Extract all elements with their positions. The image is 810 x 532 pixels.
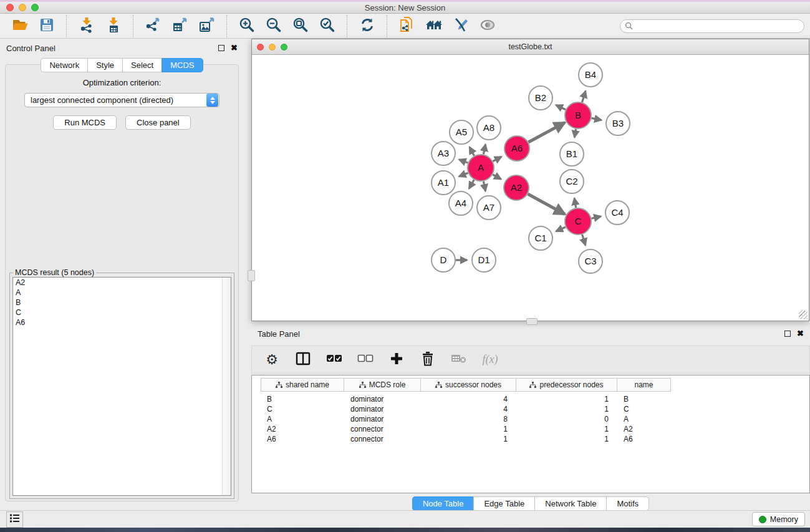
tab-select[interactable]: Select xyxy=(122,58,162,72)
run-mcds-button[interactable]: Run MCDS xyxy=(53,115,117,130)
save-session-button[interactable] xyxy=(33,16,60,37)
close-panel-button[interactable]: Close panel xyxy=(125,115,191,130)
zoom-window-button[interactable] xyxy=(31,4,39,11)
import-table-button[interactable] xyxy=(100,16,127,37)
table-options-button[interactable]: ⚙ xyxy=(263,351,281,369)
table-panel-tabs: Node Table Edge Table Network Table Moti… xyxy=(251,496,810,511)
list-item[interactable]: A xyxy=(13,288,231,297)
graph-edge-B-B4[interactable] xyxy=(582,91,586,102)
network-canvas[interactable]: ABCA6A2A1A3A4A5A7A8B1B2B3B4C1C2C3C4DD1 xyxy=(252,55,809,321)
list-scrollbar[interactable] xyxy=(222,278,231,495)
float-table-panel-icon[interactable] xyxy=(784,331,791,337)
graph-node-label-B2: B2 xyxy=(535,92,546,103)
zoom-fit-button[interactable] xyxy=(287,16,314,37)
network-from-file-button[interactable] xyxy=(393,16,420,37)
tab-style[interactable]: Style xyxy=(87,58,122,72)
graph-edge-A-A3[interactable] xyxy=(459,160,468,163)
list-item[interactable]: C xyxy=(13,307,231,317)
search-input[interactable] xyxy=(620,19,804,33)
refresh-view-button[interactable] xyxy=(354,16,380,37)
graph-node-label-A7: A7 xyxy=(483,202,494,213)
export-image-button[interactable] xyxy=(193,16,220,37)
export-network-button[interactable] xyxy=(140,16,166,37)
graph-edge-B-B1[interactable] xyxy=(574,129,576,138)
tab-network[interactable]: Network xyxy=(41,58,87,72)
graph-edge-C-C3[interactable] xyxy=(582,235,586,245)
graph-node-label-A2: A2 xyxy=(511,182,522,193)
close-table-panel-icon[interactable]: ✖ xyxy=(797,331,804,337)
add-column-button[interactable] xyxy=(388,351,405,369)
zoom-selected-button[interactable] xyxy=(314,16,340,37)
close-network-window-button[interactable] xyxy=(257,44,264,51)
graph-edge-A6-B[interactable] xyxy=(528,122,564,142)
graph-edge-A2-C[interactable] xyxy=(528,194,564,214)
graph-edge-A-A7[interactable] xyxy=(483,181,485,191)
window-resize-grip[interactable] xyxy=(799,311,808,319)
cybrowser-home-button[interactable] xyxy=(420,16,447,37)
graph-edge-B-B3[interactable] xyxy=(592,118,602,120)
export-table-button[interactable] xyxy=(166,16,193,37)
tree-icon xyxy=(359,382,366,389)
splitter-handle-vertical[interactable] xyxy=(248,270,255,281)
graph-edge-A-A2[interactable] xyxy=(493,175,501,180)
graph-edge-C-C4[interactable] xyxy=(591,216,600,218)
control-panel-tabs: Network Style Select MCDS xyxy=(0,58,244,72)
import-network-button[interactable] xyxy=(73,16,100,37)
show-panels-button[interactable] xyxy=(6,511,23,528)
graph-edge-A-A8[interactable] xyxy=(483,144,485,154)
list-item[interactable]: A6 xyxy=(13,317,231,327)
column-header-mcds-role[interactable]: MCDS role xyxy=(344,378,421,392)
table-row[interactable]: A2 connector 1 1 A2 xyxy=(261,424,671,434)
delete-table-button[interactable] xyxy=(450,351,468,369)
memory-button[interactable]: Memory xyxy=(752,512,805,526)
table-row[interactable]: C dominator 4 1 C xyxy=(261,404,671,414)
table-row[interactable]: A dominator 8 0 A xyxy=(261,414,671,424)
tab-network-table[interactable]: Network Table xyxy=(534,496,606,511)
table-row[interactable]: A6 connector 1 1 A6 xyxy=(261,434,671,444)
close-panel-icon[interactable]: ✖ xyxy=(231,45,238,51)
column-visibility-button[interactable] xyxy=(294,351,312,369)
graph-node-label-C2: C2 xyxy=(566,176,577,186)
table-row[interactable]: B dominator 4 1 B xyxy=(261,394,671,404)
zoom-out-button[interactable] xyxy=(260,16,287,37)
graph-edge-C-C1[interactable] xyxy=(556,227,566,231)
select-all-button[interactable] xyxy=(325,351,343,369)
deselect-all-button[interactable] xyxy=(357,351,374,369)
minimize-network-window-button[interactable] xyxy=(269,44,276,51)
mcds-result-list[interactable]: A2 A B C A6 xyxy=(12,277,231,496)
list-item[interactable]: B xyxy=(13,297,231,307)
column-header-shared-name[interactable]: shared name xyxy=(261,378,344,392)
function-builder-button[interactable]: f(x) xyxy=(481,351,499,369)
app-titlebar: Session: New Session xyxy=(0,2,810,14)
network-graph[interactable]: ABCA6A2A1A3A4A5A7A8B1B2B3B4C1C2C3C4DD1 xyxy=(252,55,809,321)
hide-annotations-button[interactable] xyxy=(447,16,474,37)
tab-node-table[interactable]: Node Table xyxy=(412,496,474,511)
tree-icon xyxy=(435,382,442,389)
column-header-predecessor-nodes[interactable]: predecessor nodes xyxy=(516,378,617,392)
network-window-titlebar[interactable]: testGlobe.txt xyxy=(252,39,809,55)
delete-column-button[interactable] xyxy=(419,351,436,369)
criterion-dropdown[interactable]: largest connected component (directed) xyxy=(24,93,219,107)
graph-edge-A-A4[interactable] xyxy=(469,180,474,188)
graph-edge-B-B2[interactable] xyxy=(556,105,566,109)
show-graphics-details-button[interactable] xyxy=(474,16,501,37)
graph-edge-C-C2[interactable] xyxy=(574,198,576,208)
graph-edge-A-A1[interactable] xyxy=(459,173,468,177)
column-header-successor-nodes[interactable]: successor nodes xyxy=(421,378,516,392)
graph-edge-A-A5[interactable] xyxy=(470,147,475,156)
column-header-name[interactable]: name xyxy=(617,378,671,392)
tab-mcds[interactable]: MCDS xyxy=(162,58,203,72)
list-item[interactable]: A2 xyxy=(13,278,231,288)
tab-motifs[interactable]: Motifs xyxy=(606,496,649,511)
minimize-window-button[interactable] xyxy=(19,4,26,11)
graph-node-label-D1: D1 xyxy=(478,254,489,265)
graph-edge-A-A6[interactable] xyxy=(493,157,501,161)
open-file-button[interactable] xyxy=(6,16,33,37)
zoom-network-window-button[interactable] xyxy=(281,44,287,51)
zoom-in-button[interactable] xyxy=(233,16,260,37)
close-window-button[interactable] xyxy=(6,4,14,11)
float-panel-icon[interactable] xyxy=(218,45,224,51)
mcds-panel-body: Optimization criterion: largest connecte… xyxy=(5,64,239,501)
tab-edge-table[interactable]: Edge Table xyxy=(473,496,534,511)
refresh-icon xyxy=(359,17,375,36)
